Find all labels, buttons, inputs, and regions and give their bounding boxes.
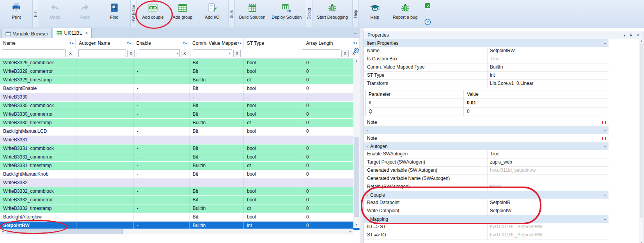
- sort-icon[interactable]: ▼▲: [126, 41, 131, 45]
- property-value[interactable]: hw.UI011BL_SetpointRW: [488, 231, 609, 239]
- scroll-up-icon[interactable]: ▲: [640, 39, 643, 42]
- scroll-down-icon[interactable]: ▼: [640, 241, 643, 243]
- table-row-writeb3329-timestamp[interactable]: WriteB3329_timestamp-BuiltIndt0: [0, 76, 360, 85]
- table-row-writeb3331-timestamp[interactable]: WriteB3331_timestamp-BuiltIndt0: [0, 162, 360, 170]
- filter-input-autogen-name[interactable]: [78, 49, 126, 57]
- property-value[interactable]: True: [488, 55, 609, 63]
- table-row-writeb3329-commblock[interactable]: WriteB3329_commblock-Bitbool0: [0, 59, 360, 67]
- update-icon[interactable]: [425, 3, 431, 9]
- pin-icon[interactable]: [629, 33, 633, 37]
- scroll-right-icon[interactable]: ►: [348, 230, 353, 233]
- section-header-item-properties[interactable]: Item Properties-: [364, 39, 609, 47]
- table-row-writeb3331-commerror[interactable]: WriteB3331_commerror-Bitbool0: [0, 153, 360, 162]
- property-value[interactable]: True: [488, 150, 609, 158]
- start-debugging-button[interactable]: Start Debugging: [314, 0, 351, 28]
- column-header-st-type[interactable]: ST Type: [244, 38, 303, 48]
- property-value[interactable]: zapis_web: [488, 158, 609, 166]
- help-button[interactable]: Help: [360, 0, 390, 28]
- property-value[interactable]: hw.ui011bl_setpointrw: [488, 167, 609, 174]
- pane-splitter[interactable]: [360, 28, 364, 243]
- property-value[interactable]: SetpointRW: [488, 47, 609, 55]
- table-row-backlightafterglow[interactable]: BacklightAfterglow-Bitbool0: [0, 213, 360, 222]
- table-row-writeb3330-commblock[interactable]: WriteB3330_commblock-Bitbool0: [0, 102, 360, 110]
- table-row-writeb3331-commblock[interactable]: WriteB3331_commblock-Bitbool0: [0, 144, 360, 153]
- filter-clear-icon[interactable]: X: [181, 50, 188, 57]
- sort-icon[interactable]: ▼▲: [182, 41, 187, 45]
- scroll-up-icon[interactable]: ▲: [353, 58, 360, 64]
- property-value[interactable]: Lib.Core.v1_0.Linear: [488, 80, 609, 88]
- report-a-bug-button[interactable]: Report a bug: [390, 0, 421, 28]
- column-header-name[interactable]: Name▼▲: [0, 38, 76, 48]
- scroll-thumb[interactable]: [354, 137, 359, 217]
- table-row-writeb3330[interactable]: WriteB3330----: [0, 93, 360, 102]
- filter-clear-icon[interactable]: X: [127, 50, 135, 57]
- table-row-backlightmanualknob[interactable]: BacklightManualKnob-Bitbool0: [0, 170, 360, 179]
- property-value[interactable]: SetpointR: [488, 199, 609, 207]
- filter-input-name[interactable]: [2, 49, 66, 57]
- table-row-writeb3332-timestamp[interactable]: WriteB3332_timestamp-BuiltIndt0: [0, 204, 360, 213]
- table-settings-gear-icon[interactable]: [353, 47, 360, 54]
- column-header-comm-value-mapped[interactable]: Comm. Value Mapped▼▲: [189, 38, 244, 48]
- scroll-track[interactable]: [353, 64, 360, 222]
- question-icon[interactable]: ?: [424, 19, 431, 25]
- collapse-icon[interactable]: -: [604, 144, 606, 149]
- sort-icon[interactable]: ▼▲: [353, 41, 357, 45]
- collapse-icon[interactable]: -: [604, 40, 606, 46]
- table-row-writeb3332-commblock[interactable]: WriteB3332_commblock-Bitbool0: [0, 187, 360, 196]
- scroll-track[interactable]: [6, 229, 348, 234]
- add-i-o-button[interactable]: Add I/O: [197, 0, 227, 28]
- table-row-writeb3329-commerror[interactable]: WriteB3329_commerror-Bitbool0: [0, 67, 360, 76]
- property-value[interactable]: SetpointW: [488, 207, 609, 215]
- filter-select-comm-value-mapped[interactable]: ▾: [193, 49, 232, 57]
- scroll-track[interactable]: [639, 42, 644, 241]
- scroll-thumb[interactable]: [6, 229, 123, 234]
- collapse-icon[interactable]: -: [604, 192, 606, 198]
- scroll-left-icon[interactable]: ◄: [0, 230, 6, 233]
- tab-variable-browser[interactable]: Variable Browser: [2, 29, 52, 38]
- close-panel-icon[interactable]: ×: [637, 33, 639, 37]
- collapse-icon[interactable]: -: [604, 128, 606, 133]
- filter-clear-icon[interactable]: X: [341, 50, 349, 57]
- property-value[interactable]: BuiltIn: [488, 63, 609, 71]
- section-header-autogen[interactable]: ·Autogen-: [364, 143, 609, 150]
- column-header-array-length[interactable]: Array Length▼▲: [303, 38, 360, 48]
- sort-icon[interactable]: ▼▲: [237, 41, 241, 45]
- table-horizontal-scrollbar[interactable]: ◄ ►: [0, 229, 353, 234]
- window-position-icon[interactable]: ▾: [623, 33, 625, 37]
- section-header-couple[interactable]: ·Couple-: [364, 191, 609, 199]
- property-value[interactable]: False: [488, 183, 609, 191]
- table-row-writeb3331[interactable]: WriteB3331----: [0, 136, 360, 144]
- scroll-thumb[interactable]: [640, 43, 643, 218]
- note-row[interactable]: Note: [364, 118, 609, 127]
- add-group-button[interactable]: Add group: [168, 0, 197, 28]
- table-row-writeb3332[interactable]: WriteB3332----: [0, 179, 360, 187]
- filter-input-array-length[interactable]: [302, 49, 340, 57]
- section-header[interactable]: ·-: [364, 127, 609, 134]
- filter-clear-icon[interactable]: X: [233, 50, 241, 57]
- print-button[interactable]: Print: [2, 0, 31, 28]
- property-value[interactable]: [488, 175, 609, 183]
- close-tab-icon[interactable]: ×: [85, 30, 88, 36]
- properties-scrollbar[interactable]: ▲ ▼: [639, 39, 644, 243]
- table-row-writeb3332-commerror[interactable]: WriteB3332_commerror-Bitbool0: [0, 196, 360, 204]
- note-row[interactable]: Note: [364, 134, 609, 143]
- tab-list-icon[interactable]: ≡: [353, 30, 357, 36]
- table-row-backlightenable[interactable]: BacklightEnable-Bitbool0: [0, 85, 360, 93]
- scroll-down-icon[interactable]: ▼: [353, 222, 360, 228]
- sort-icon[interactable]: ▼▲: [69, 41, 74, 45]
- table-vertical-scrollbar[interactable]: ▲ ▼: [353, 58, 360, 228]
- column-header-autogen-name[interactable]: Autogen Name▼▲: [76, 38, 133, 48]
- tab-ui011bl[interactable]: UI011BL ×: [53, 28, 92, 39]
- filter-clear-icon[interactable]: X: [67, 50, 74, 57]
- table-row-backlightmanuallcd[interactable]: BacklightManualLCD-Bitbool0: [0, 127, 360, 136]
- collapse-icon[interactable]: -: [604, 217, 606, 222]
- section-header-mapping[interactable]: ·Mapping-: [364, 215, 609, 223]
- column-header-enable[interactable]: Enable▼▲: [133, 38, 190, 48]
- filter-select-enable[interactable]: ▾: [139, 49, 180, 57]
- property-value[interactable]: int: [488, 72, 609, 79]
- deploy-solution-button[interactable]: Deploy Solution: [268, 0, 305, 28]
- table-row-writeb3330-commerror[interactable]: WriteB3330_commerror-Bitbool0: [0, 110, 360, 119]
- property-value[interactable]: hw.UI011BL_SetpointRW: [488, 223, 609, 231]
- table-row-writeb3330-timestamp[interactable]: WriteB3330_timestamp-BuiltIndt0: [0, 119, 360, 127]
- add-couple-button[interactable]: Add couple: [138, 0, 168, 28]
